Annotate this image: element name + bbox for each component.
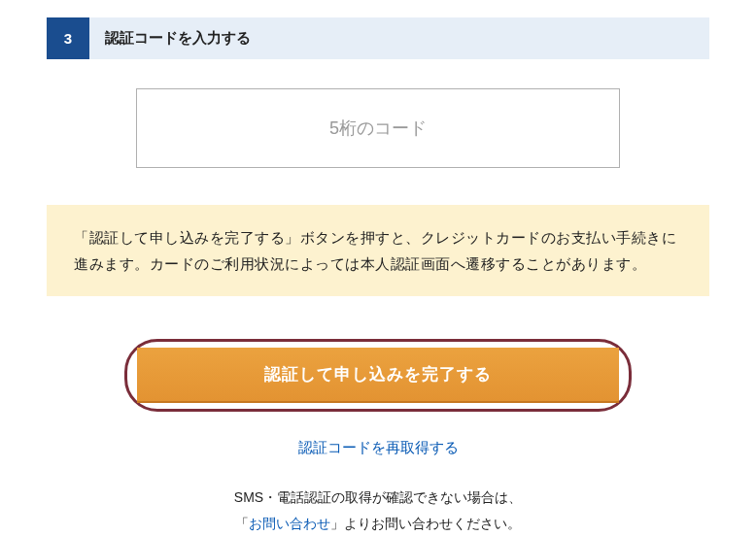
submit-container: 認証して申し込みを完了する bbox=[124, 339, 632, 412]
help-line-1: SMS・電話認証の取得が確認できない場合は、 bbox=[0, 485, 756, 511]
code-input-wrapper bbox=[136, 88, 620, 168]
help-suffix: 」よりお問い合わせください。 bbox=[330, 516, 521, 531]
help-prefix: 「 bbox=[235, 516, 249, 531]
step-header: 3 認証コードを入力する bbox=[47, 17, 709, 59]
help-line-2: 「お問い合わせ」よりお問い合わせください。 bbox=[0, 511, 756, 536]
notice-box: 「認証して申し込みを完了する」ボタンを押すと、クレジットカードのお支払い手続きに… bbox=[47, 205, 709, 296]
step-title: 認証コードを入力する bbox=[89, 17, 709, 59]
resend-link-wrapper: 認証コードを再取得する bbox=[0, 439, 756, 457]
contact-link[interactable]: お問い合わせ bbox=[249, 516, 330, 531]
resend-code-link[interactable]: 認証コードを再取得する bbox=[298, 439, 459, 455]
verification-code-input[interactable] bbox=[136, 88, 620, 168]
verify-complete-button[interactable]: 認証して申し込みを完了する bbox=[137, 348, 619, 403]
help-text: SMS・電話認証の取得が確認できない場合は、 「お問い合わせ」よりお問い合わせく… bbox=[0, 485, 756, 536]
step-number: 3 bbox=[47, 17, 89, 59]
